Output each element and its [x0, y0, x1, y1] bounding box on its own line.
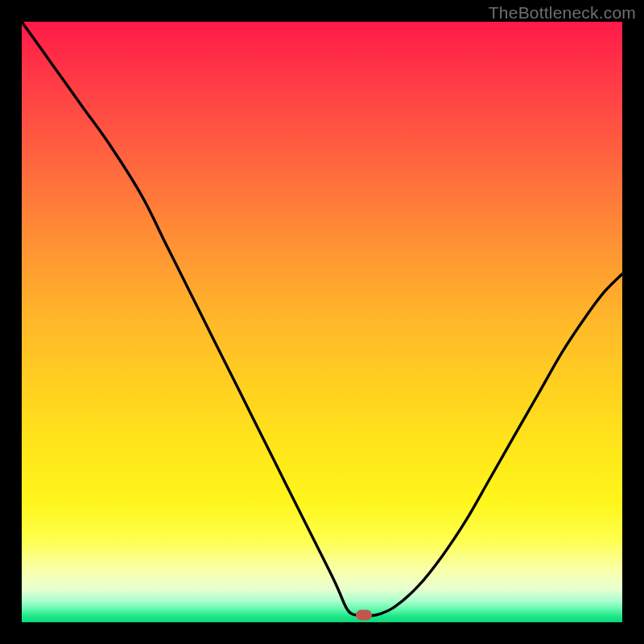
chart-frame: TheBottleneck.com: [0, 0, 644, 644]
watermark-text: TheBottleneck.com: [489, 3, 636, 23]
bottleneck-curve: [22, 22, 622, 622]
plot-area: [22, 22, 622, 622]
minimum-marker: [356, 610, 372, 621]
